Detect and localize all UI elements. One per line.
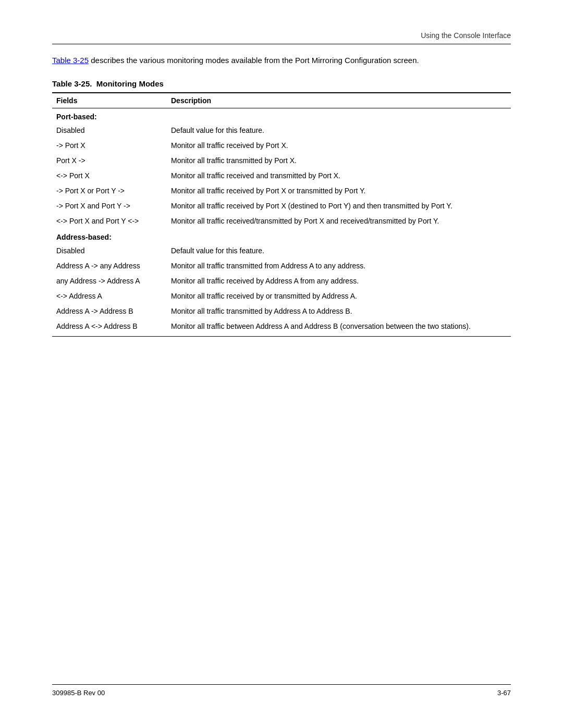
desc-cell: Monitor all traffic received and transmi… [167, 168, 511, 183]
monitoring-modes-table: Fields Description Port-based:DisabledDe… [52, 92, 511, 334]
table-row: <-> Port X and Port Y <->Monitor all tra… [52, 214, 511, 229]
desc-cell: Default value for this feature. [167, 123, 511, 138]
page-container: Using the Console Interface Table 3-25 d… [0, 0, 563, 728]
desc-cell: Monitor all traffic transmitted by Addre… [167, 304, 511, 319]
table-row: -> Port X or Port Y ->Monitor all traffi… [52, 183, 511, 199]
section-label: Address-based: [52, 229, 511, 243]
field-cell: <-> Address A [52, 289, 167, 304]
table-link[interactable]: Table 3-25 [52, 56, 89, 65]
desc-cell: Monitor all traffic received by Port X. [167, 138, 511, 153]
table-header-row: Fields Description [52, 93, 511, 108]
table-row: DisabledDefault value for this feature. [52, 123, 511, 138]
table-row: Address A <-> Address BMonitor all traff… [52, 319, 511, 334]
intro-text: describes the various monitoring modes a… [89, 56, 419, 65]
field-cell: Port X -> [52, 153, 167, 168]
table-row: DisabledDefault value for this feature. [52, 243, 511, 258]
field-cell: Disabled [52, 243, 167, 258]
footer-left: 309985-B Rev 00 [52, 689, 105, 697]
field-cell: -> Port X and Port Y -> [52, 199, 167, 214]
table-row: <-> Port XMonitor all traffic received a… [52, 168, 511, 183]
table-section-row: Address-based: [52, 229, 511, 243]
table-row: any Address -> Address AMonitor all traf… [52, 274, 511, 289]
table-row: <-> Address AMonitor all traffic receive… [52, 289, 511, 304]
desc-cell: Monitor all traffic transmitted from Add… [167, 258, 511, 274]
table-section-row: Port-based: [52, 108, 511, 123]
field-cell: Disabled [52, 123, 167, 138]
intro-paragraph: Table 3-25 describes the various monitor… [52, 55, 511, 67]
desc-cell: Monitor all traffic transmitted by Port … [167, 153, 511, 168]
table-row: Port X ->Monitor all traffic transmitted… [52, 153, 511, 168]
desc-cell: Monitor all traffic received by or trans… [167, 289, 511, 304]
section-label: Port-based: [52, 108, 511, 123]
table-row: Address A -> any AddressMonitor all traf… [52, 258, 511, 274]
field-cell: <-> Port X and Port Y <-> [52, 214, 167, 229]
footer-right: 3-67 [497, 689, 511, 697]
field-cell: Address A -> Address B [52, 304, 167, 319]
field-cell: any Address -> Address A [52, 274, 167, 289]
field-cell: Address A <-> Address B [52, 319, 167, 334]
table-row: -> Port X and Port Y ->Monitor all traff… [52, 199, 511, 214]
col-fields-header: Fields [52, 93, 167, 108]
desc-cell: Default value for this feature. [167, 243, 511, 258]
col-desc-header: Description [167, 93, 511, 108]
table-title: Table 3-25. Monitoring Modes [52, 79, 511, 88]
field-cell: -> Port X [52, 138, 167, 153]
header-title: Using the Console Interface [421, 31, 511, 40]
table-row: -> Port XMonitor all traffic received by… [52, 138, 511, 153]
header-rule [52, 44, 511, 44]
table-row: Address A -> Address BMonitor all traffi… [52, 304, 511, 319]
field-cell: -> Port X or Port Y -> [52, 183, 167, 199]
desc-cell: Monitor all traffic received by Port X o… [167, 183, 511, 199]
desc-cell: Monitor all traffic received by Port X (… [167, 199, 511, 214]
desc-cell: Monitor all traffic received by Address … [167, 274, 511, 289]
table-body: Port-based:DisabledDefault value for thi… [52, 108, 511, 334]
desc-cell: Monitor all traffic between Address A an… [167, 319, 511, 334]
field-cell: Address A -> any Address [52, 258, 167, 274]
field-cell: <-> Port X [52, 168, 167, 183]
table-bottom-rule [52, 336, 511, 337]
page-header: Using the Console Interface [52, 31, 511, 40]
page-footer: 309985-B Rev 00 3-67 [52, 684, 511, 697]
desc-cell: Monitor all traffic received/transmitted… [167, 214, 511, 229]
